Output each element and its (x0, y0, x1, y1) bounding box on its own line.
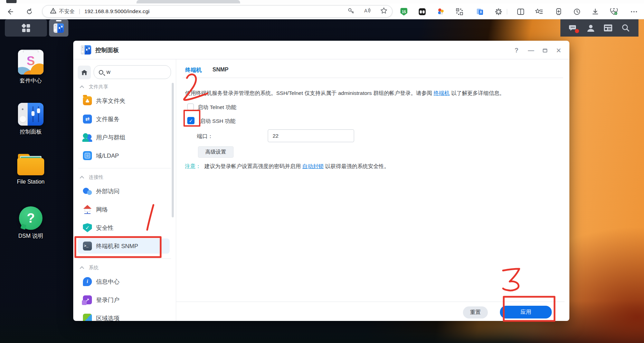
tampermonkey-extension-icon[interactable] (418, 8, 426, 16)
file-services-icon: ⇄ (83, 115, 92, 124)
telnet-checkbox-label[interactable]: 启动 Telnet 功能 (198, 104, 236, 111)
chevron-up-icon (80, 176, 84, 180)
package-center-icon: S (18, 50, 44, 75)
sidebar-item-security[interactable]: ✓ 安全性 (78, 220, 170, 235)
sidebar-item-shared-folder[interactable]: 共享文件夹 (78, 93, 170, 108)
sidebar-item-terminal-snmp[interactable]: >_ 终端机和 SNMP (78, 238, 170, 254)
split-screen-icon[interactable] (517, 8, 524, 16)
browser-essentials-icon[interactable] (610, 8, 618, 16)
sidebar-section-system[interactable]: 系统 (81, 264, 176, 272)
sidebar-search-box[interactable] (94, 65, 171, 79)
sidebar-divider (78, 168, 171, 168)
collections-icon[interactable] (555, 8, 562, 16)
balloons-extension-icon[interactable] (437, 8, 445, 16)
sidebar-item-file-services[interactable]: ⇄ 文件服务 (78, 111, 170, 127)
login-portal-icon: ↗ (83, 295, 92, 304)
auto-block-link[interactable]: 自动封锁 (302, 163, 324, 169)
adblock-extension-icon[interactable]: 15 (400, 8, 408, 16)
tab-snmp[interactable]: SNMP (212, 67, 228, 73)
taskbar-control-panel-button[interactable] (49, 19, 68, 37)
users-groups-icon (83, 133, 92, 142)
chevron-up-icon (80, 266, 84, 271)
file-station-icon (17, 154, 44, 176)
sidebar-home-button[interactable] (78, 66, 91, 79)
home-icon (81, 70, 87, 75)
network-icon (83, 205, 92, 214)
user-account-icon[interactable] (586, 23, 596, 33)
regional-options-icon (83, 314, 92, 321)
advanced-settings-button[interactable]: 高级设置 (198, 146, 234, 158)
favorites-bar-icon[interactable] (535, 8, 543, 16)
window-maximize-button[interactable] (540, 46, 549, 55)
control-panel-icon (18, 103, 44, 126)
widgets-icon[interactable] (603, 23, 613, 33)
desktop-icon-dsm-help[interactable]: ? DSM 说明 (5, 206, 57, 240)
port-input[interactable] (268, 129, 354, 142)
reload-button[interactable] (26, 8, 33, 16)
apply-button[interactable]: 应用 (500, 306, 552, 318)
active-app-indicator (56, 20, 61, 21)
desktop-icon-label: DSM 说明 (5, 233, 57, 240)
settings-more-icon[interactable] (630, 8, 638, 16)
desktop-icon-control-panel[interactable]: 控制面板 (5, 103, 57, 136)
not-secure-label[interactable]: 不安全 (59, 8, 75, 15)
port-label: 端口： (197, 133, 213, 140)
sidebar-section-file-sharing[interactable]: 文件共享 (81, 83, 176, 91)
footer-divider (176, 302, 565, 302)
qr-extension-icon[interactable] (456, 8, 463, 16)
shared-folder-icon (83, 96, 92, 105)
terminal-help-link[interactable]: 终端机 (434, 90, 450, 96)
sidebar-item-info-center[interactable]: i 信息中心 (78, 274, 170, 289)
toolbar-divider (507, 9, 507, 14)
main-menu-button[interactable] (5, 19, 47, 37)
reset-button[interactable]: 重置 (463, 306, 488, 318)
window-close-button[interactable]: ✕ (554, 46, 563, 55)
notifications-icon[interactable] (568, 23, 578, 33)
history-icon[interactable] (573, 8, 581, 16)
inactive-tab[interactable] (136, 0, 240, 3)
not-secure-warning-icon[interactable] (50, 8, 56, 15)
desktop-icon-file-station[interactable]: File Station (5, 154, 57, 185)
sidebar-item-users-groups[interactable]: 用户与群组 (78, 130, 170, 145)
address-bar[interactable]: 不安全 | 192.168.8.9:5000/index.cgi A (42, 5, 392, 18)
window-help-button[interactable]: ? (512, 46, 521, 55)
desktop-icon-package-center[interactable]: S 套件中心 (5, 50, 57, 85)
window-titlebar[interactable]: 控制面板 ? — ✕ (73, 41, 569, 59)
telnet-checkbox[interactable] (187, 104, 194, 110)
security-shield-icon: ✓ (83, 223, 92, 232)
external-access-icon (83, 187, 92, 196)
browser-tab-strip (0, 0, 644, 3)
password-key-icon[interactable] (348, 8, 354, 16)
svg-text:A: A (364, 8, 368, 13)
search-icon[interactable] (621, 23, 631, 33)
sidebar-section-connectivity[interactable]: 连接性 (81, 173, 176, 182)
sidebar-item-network[interactable]: 网络 (78, 202, 170, 217)
terminal-settings-panel: 终端机 SNMP 使用终端机服务登录并管理您的系统。SSH/Telnet 仅支持… (176, 59, 569, 321)
sidebar-scrollbar[interactable] (172, 83, 174, 217)
back-button[interactable] (6, 8, 14, 16)
window-minimize-button[interactable]: — (527, 46, 536, 55)
sidebar-item-domain-ldap[interactable]: ☺ 域/LDAP (78, 148, 170, 163)
tab-terminal[interactable]: 终端机 (185, 67, 202, 74)
downloads-icon[interactable] (591, 8, 599, 16)
notification-badge (575, 29, 579, 33)
browser-toolbar: 不安全 | 192.168.8.9:5000/index.cgi A 15 (0, 3, 644, 19)
read-aloud-icon[interactable]: A (364, 8, 371, 15)
window-corner-tab (6, 0, 17, 3)
search-input[interactable] (106, 69, 162, 75)
flower-extension-icon[interactable] (495, 8, 502, 16)
sidebar-item-external-access[interactable]: 外部访问 (78, 184, 170, 199)
ssh-checkbox[interactable]: ✓ (187, 117, 195, 124)
translate-extension-icon[interactable] (476, 8, 484, 16)
desktop-icon-label: 控制面板 (5, 128, 57, 136)
favorite-star-icon[interactable] (380, 7, 387, 16)
taskbar-tray (560, 19, 638, 37)
sidebar-item-regional-options[interactable]: 区域选项 (78, 311, 170, 321)
sidebar-item-login-portal[interactable]: ↗ 登录门户 (78, 292, 170, 307)
url-text[interactable]: 192.168.8.9:5000/index.cgi (84, 8, 150, 14)
security-note: 注意：建议为登录帐户设置高强度的密码并启用 自动封锁 以获得最强的系统安全性。 (185, 163, 389, 170)
control-panel-icon (81, 45, 91, 55)
sidebar-divider (78, 258, 171, 259)
dsm-taskbar (0, 19, 644, 37)
ssh-checkbox-label[interactable]: 启动 SSH 功能 (200, 118, 235, 125)
